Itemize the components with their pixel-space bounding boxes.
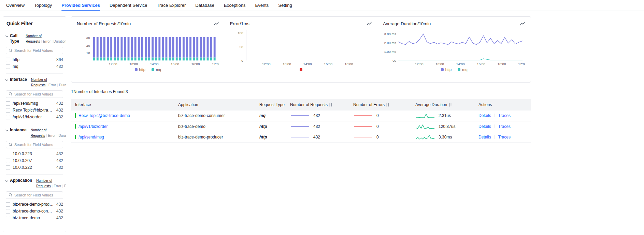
interfaces-table: InterfaceApplicationRequest TypeNumber o…: [71, 99, 531, 143]
filter-item-count: 432: [56, 115, 63, 119]
svg-text:20: 20: [86, 44, 90, 47]
filter-item-label: Recv Topic@biz-trace-demo: [13, 108, 54, 113]
nav-tab-topology[interactable]: Topology: [34, 0, 52, 11]
interface-link[interactable]: /api/v1/biz/order: [78, 124, 108, 129]
svg-text:15:00: 15:00: [324, 62, 332, 66]
legend-item-http[interactable]: http: [135, 68, 145, 72]
filter-checkbox[interactable]: [6, 58, 10, 62]
requests-sparkline: [290, 123, 310, 130]
column-header-interface: Interface: [71, 99, 174, 111]
filter-checkbox[interactable]: [6, 115, 10, 119]
nav-tab-setting[interactable]: Setting: [278, 0, 292, 11]
filter-checkbox[interactable]: [6, 101, 10, 106]
details-link[interactable]: Details: [478, 113, 491, 118]
interface-link[interactable]: Recv Topic@biz-trace-demo: [78, 113, 130, 118]
filter-item-count: 432: [56, 108, 63, 113]
column-header-label: Average Duration: [415, 102, 447, 107]
metric-link-duration[interactable]: Duration: [54, 40, 66, 43]
nav-tab-database[interactable]: Database: [195, 0, 214, 11]
svg-text:12:00: 12:00: [262, 62, 270, 66]
filter-section-title: Interface: [10, 77, 27, 83]
requests-chart-legend: httpmq: [77, 68, 219, 72]
nav-tab-overview[interactable]: Overview: [6, 0, 25, 11]
filter-section-title: Instance: [10, 128, 27, 133]
error-chart-legend: [230, 68, 372, 72]
action-divider: [495, 114, 495, 117]
nav-tab-dependent-service[interactable]: Dependent Service: [110, 0, 147, 11]
metric-link-number-of-requests[interactable]: Number of Requests: [31, 78, 47, 87]
legend-item-http[interactable]: http: [441, 68, 452, 72]
line-chart-icon[interactable]: [367, 21, 372, 26]
metric-link-number-of-requests[interactable]: Number of Requests: [26, 34, 42, 43]
svg-text:17:00: 17:00: [518, 62, 525, 66]
metric-link-error[interactable]: Error: [43, 40, 51, 43]
traces-link[interactable]: Traces: [498, 124, 511, 129]
field-search-box: [6, 141, 63, 148]
filter-item-label: 10.0.0.222: [13, 165, 54, 170]
svg-text:13:00: 13:00: [283, 62, 291, 66]
filter-checkbox[interactable]: [6, 165, 10, 170]
chevron-down-icon[interactable]: [5, 34, 8, 37]
details-link[interactable]: Details: [478, 124, 491, 129]
filter-checkbox[interactable]: [6, 202, 10, 207]
nav-tab-provided-services[interactable]: Provided Services: [61, 0, 100, 11]
search-input[interactable]: [14, 193, 60, 197]
filter-checkbox[interactable]: [6, 108, 10, 113]
nav-tab-trace-explorer[interactable]: Trace Explorer: [157, 0, 186, 11]
chevron-down-icon[interactable]: [5, 129, 8, 131]
sort-icon[interactable]: [448, 103, 452, 107]
traces-link[interactable]: Traces: [498, 135, 511, 139]
filter-checkbox[interactable]: [6, 216, 10, 220]
main-content: Number of Requests/10min 10203012:0013:0…: [71, 16, 531, 232]
search-input[interactable]: [14, 48, 60, 53]
line-chart-icon[interactable]: [214, 21, 219, 26]
nav-tab-events[interactable]: Events: [255, 0, 269, 11]
filter-checkbox[interactable]: [6, 209, 10, 214]
metric-link-duration[interactable]: Duration: [64, 184, 66, 188]
line-chart-icon[interactable]: [520, 21, 525, 26]
interface-link[interactable]: /api/send/msg: [78, 135, 104, 139]
nav-tab-exceptions[interactable]: Exceptions: [224, 0, 246, 11]
metric-link-number-of-requests[interactable]: Number of Requests: [31, 128, 47, 137]
legend-item-mq[interactable]: mq: [458, 68, 467, 72]
metric-link-error[interactable]: Error: [54, 184, 61, 188]
filter-checkbox[interactable]: [6, 152, 10, 156]
filter-item-count: 432: [56, 64, 63, 69]
legend-item-mq[interactable]: mq: [152, 68, 161, 72]
filter-checkbox[interactable]: [6, 64, 10, 69]
column-header-actions: Actions: [474, 99, 531, 111]
chevron-down-icon[interactable]: [5, 179, 8, 182]
error-series-legend-swatch[interactable]: [300, 68, 302, 71]
metric-separator: |: [57, 134, 58, 137]
chart-number-of-requests: Number of Requests/10min 10203012:0013:0…: [71, 17, 225, 82]
errors-sparkline: [353, 134, 373, 140]
table-row: /api/v1/biz/order biz-trace-demo http 43…: [71, 121, 531, 132]
metric-link-duration[interactable]: Duration: [58, 134, 66, 137]
chevron-down-icon[interactable]: [5, 78, 8, 81]
metric-link-error[interactable]: Error: [48, 83, 56, 87]
traces-link[interactable]: Traces: [498, 113, 511, 118]
filter-section-instance: Instance Number of Requests|Error|Durati…: [6, 124, 63, 171]
filter-items: biz-trace-demo-producer 432 biz-trace-de…: [6, 201, 63, 221]
metric-link-number-of-requests[interactable]: Number of Requests: [36, 179, 52, 188]
duration-value: 3.30ms: [439, 135, 452, 139]
search-input[interactable]: [14, 92, 60, 96]
metric-link-duration[interactable]: Duration: [59, 83, 66, 87]
details-link[interactable]: Details: [478, 135, 491, 139]
svg-text:1.00 ms: 1.00 ms: [384, 50, 396, 54]
filter-checkbox[interactable]: [6, 159, 10, 163]
svg-text:13:00: 13:00: [129, 62, 138, 66]
sort-icon[interactable]: [329, 103, 332, 107]
action-divider: [495, 135, 495, 139]
sort-icon[interactable]: [386, 103, 389, 107]
filter-item: biz-trace-demo-producer 432: [6, 201, 63, 208]
svg-text:15:00: 15:00: [171, 62, 179, 66]
legend-swatch: [441, 68, 444, 71]
search-icon: [9, 48, 13, 53]
duration-cell: 3.30ms: [411, 132, 474, 142]
column-header-label: Number of Errors: [353, 102, 385, 107]
metric-link-error[interactable]: Error: [48, 134, 56, 137]
filter-section-title: Call Type: [10, 33, 22, 44]
filter-item-count: 432: [56, 202, 63, 207]
search-input[interactable]: [14, 143, 60, 147]
